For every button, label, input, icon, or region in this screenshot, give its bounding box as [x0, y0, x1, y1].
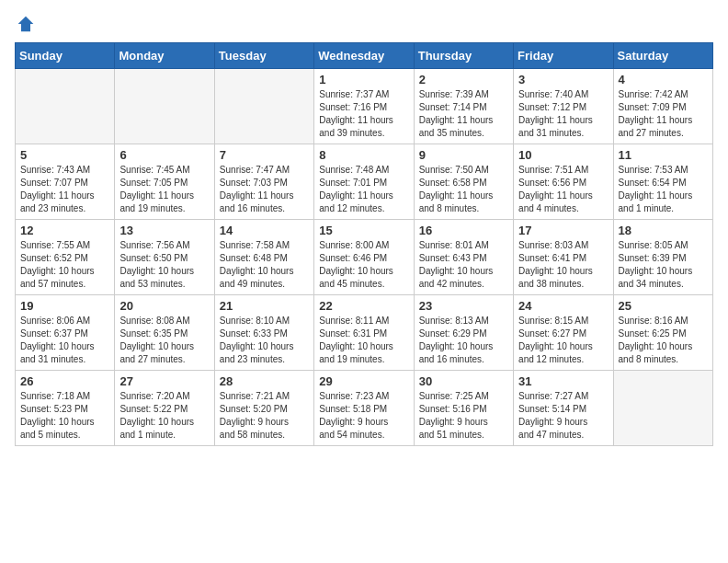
calendar-cell: 25Sunrise: 8:16 AM Sunset: 6:25 PM Dayli…	[613, 295, 712, 371]
calendar-week-row: 26Sunrise: 7:18 AM Sunset: 5:23 PM Dayli…	[16, 371, 713, 446]
day-number: 26	[20, 374, 109, 388]
page-header	[15, 15, 713, 33]
header-tuesday: Tuesday	[214, 43, 313, 69]
calendar-cell: 9Sunrise: 7:50 AM Sunset: 6:58 PM Daylig…	[414, 144, 513, 220]
day-info: Sunrise: 7:48 AM Sunset: 7:01 PM Dayligh…	[319, 164, 408, 215]
calendar-cell: 21Sunrise: 8:10 AM Sunset: 6:33 PM Dayli…	[214, 295, 313, 371]
day-number: 18	[619, 224, 708, 237]
calendar-cell: 11Sunrise: 7:53 AM Sunset: 6:54 PM Dayli…	[613, 144, 712, 220]
day-info: Sunrise: 8:01 AM Sunset: 6:43 PM Dayligh…	[419, 239, 508, 291]
day-info: Sunrise: 7:55 AM Sunset: 6:52 PM Dayligh…	[20, 239, 109, 291]
day-number: 6	[119, 148, 209, 162]
day-info: Sunrise: 7:56 AM Sunset: 6:50 PM Dayligh…	[119, 239, 209, 291]
day-number: 27	[119, 374, 209, 388]
header-friday: Friday	[514, 43, 613, 69]
day-info: Sunrise: 8:11 AM Sunset: 6:31 PM Dayligh…	[319, 315, 408, 366]
header-monday: Monday	[115, 43, 214, 69]
day-number: 13	[119, 224, 209, 237]
day-info: Sunrise: 8:06 AM Sunset: 6:37 PM Dayligh…	[20, 315, 109, 366]
calendar-cell: 13Sunrise: 7:56 AM Sunset: 6:50 PM Dayli…	[115, 220, 214, 295]
calendar-cell: 20Sunrise: 8:08 AM Sunset: 6:35 PM Dayli…	[115, 295, 214, 371]
day-info: Sunrise: 7:53 AM Sunset: 6:54 PM Dayligh…	[619, 164, 708, 215]
day-number: 29	[319, 374, 408, 388]
day-number: 3	[518, 73, 608, 86]
day-info: Sunrise: 7:21 AM Sunset: 5:20 PM Dayligh…	[220, 390, 309, 442]
day-info: Sunrise: 7:45 AM Sunset: 7:05 PM Dayligh…	[119, 164, 209, 215]
day-number: 17	[518, 224, 608, 237]
day-info: Sunrise: 7:58 AM Sunset: 6:48 PM Dayligh…	[220, 239, 309, 291]
calendar-cell: 27Sunrise: 7:20 AM Sunset: 5:22 PM Dayli…	[115, 371, 214, 446]
day-info: Sunrise: 8:13 AM Sunset: 6:29 PM Dayligh…	[419, 315, 508, 366]
logo-icon	[17, 15, 35, 33]
calendar-cell: 16Sunrise: 8:01 AM Sunset: 6:43 PM Dayli…	[414, 220, 513, 295]
day-number: 1	[319, 73, 408, 86]
calendar-cell: 3Sunrise: 7:40 AM Sunset: 7:12 PM Daylig…	[514, 69, 613, 144]
calendar-cell: 14Sunrise: 7:58 AM Sunset: 6:48 PM Dayli…	[214, 220, 313, 295]
calendar-cell: 6Sunrise: 7:45 AM Sunset: 7:05 PM Daylig…	[115, 144, 214, 220]
calendar-week-row: 5Sunrise: 7:43 AM Sunset: 7:07 PM Daylig…	[16, 144, 713, 220]
calendar-cell: 17Sunrise: 8:03 AM Sunset: 6:41 PM Dayli…	[514, 220, 613, 295]
calendar-header-row: SundayMondayTuesdayWednesdayThursdayFrid…	[16, 43, 713, 69]
calendar-cell	[214, 69, 313, 144]
day-number: 16	[419, 224, 508, 237]
calendar-cell: 8Sunrise: 7:48 AM Sunset: 7:01 PM Daylig…	[314, 144, 414, 220]
svg-marker-0	[18, 17, 34, 32]
day-number: 15	[319, 224, 408, 237]
calendar-cell: 19Sunrise: 8:06 AM Sunset: 6:37 PM Dayli…	[16, 295, 115, 371]
calendar-cell: 26Sunrise: 7:18 AM Sunset: 5:23 PM Dayli…	[16, 371, 115, 446]
day-number: 28	[220, 374, 309, 388]
calendar-cell: 12Sunrise: 7:55 AM Sunset: 6:52 PM Dayli…	[16, 220, 115, 295]
calendar-cell: 29Sunrise: 7:23 AM Sunset: 5:18 PM Dayli…	[314, 371, 414, 446]
calendar-cell: 18Sunrise: 8:05 AM Sunset: 6:39 PM Dayli…	[613, 220, 712, 295]
calendar-cell: 22Sunrise: 8:11 AM Sunset: 6:31 PM Dayli…	[314, 295, 414, 371]
day-info: Sunrise: 8:03 AM Sunset: 6:41 PM Dayligh…	[518, 239, 608, 291]
day-number: 8	[319, 148, 408, 162]
header-wednesday: Wednesday	[314, 43, 414, 69]
day-info: Sunrise: 7:40 AM Sunset: 7:12 PM Dayligh…	[518, 88, 608, 140]
calendar-cell: 15Sunrise: 8:00 AM Sunset: 6:46 PM Dayli…	[314, 220, 414, 295]
day-number: 31	[518, 374, 608, 388]
header-thursday: Thursday	[414, 43, 513, 69]
day-info: Sunrise: 7:47 AM Sunset: 7:03 PM Dayligh…	[220, 164, 309, 215]
day-number: 22	[319, 299, 408, 313]
day-number: 2	[419, 73, 508, 86]
calendar-cell: 28Sunrise: 7:21 AM Sunset: 5:20 PM Dayli…	[214, 371, 313, 446]
day-number: 19	[20, 299, 109, 313]
calendar-cell: 30Sunrise: 7:25 AM Sunset: 5:16 PM Dayli…	[414, 371, 513, 446]
calendar-cell: 5Sunrise: 7:43 AM Sunset: 7:07 PM Daylig…	[16, 144, 115, 220]
day-number: 23	[419, 299, 508, 313]
day-number: 14	[220, 224, 309, 237]
day-info: Sunrise: 7:37 AM Sunset: 7:16 PM Dayligh…	[319, 88, 408, 140]
calendar-cell: 4Sunrise: 7:42 AM Sunset: 7:09 PM Daylig…	[613, 69, 712, 144]
day-info: Sunrise: 7:20 AM Sunset: 5:22 PM Dayligh…	[119, 390, 209, 442]
calendar-week-row: 19Sunrise: 8:06 AM Sunset: 6:37 PM Dayli…	[16, 295, 713, 371]
day-number: 5	[20, 148, 109, 162]
day-info: Sunrise: 8:16 AM Sunset: 6:25 PM Dayligh…	[619, 315, 708, 366]
calendar-cell	[613, 371, 712, 446]
calendar-table: SundayMondayTuesdayWednesdayThursdayFrid…	[15, 42, 713, 446]
calendar-cell: 31Sunrise: 7:27 AM Sunset: 5:14 PM Dayli…	[514, 371, 613, 446]
header-sunday: Sunday	[16, 43, 115, 69]
day-info: Sunrise: 8:00 AM Sunset: 6:46 PM Dayligh…	[319, 239, 408, 291]
calendar-week-row: 12Sunrise: 7:55 AM Sunset: 6:52 PM Dayli…	[16, 220, 713, 295]
day-info: Sunrise: 8:10 AM Sunset: 6:33 PM Dayligh…	[220, 315, 309, 366]
calendar-cell: 10Sunrise: 7:51 AM Sunset: 6:56 PM Dayli…	[514, 144, 613, 220]
day-info: Sunrise: 8:15 AM Sunset: 6:27 PM Dayligh…	[518, 315, 608, 366]
calendar-cell	[115, 69, 214, 144]
day-info: Sunrise: 7:43 AM Sunset: 7:07 PM Dayligh…	[20, 164, 109, 215]
day-number: 21	[220, 299, 309, 313]
day-info: Sunrise: 8:05 AM Sunset: 6:39 PM Dayligh…	[619, 239, 708, 291]
day-number: 10	[518, 148, 608, 162]
day-info: Sunrise: 7:42 AM Sunset: 7:09 PM Dayligh…	[619, 88, 708, 140]
day-number: 4	[619, 73, 708, 86]
day-number: 20	[119, 299, 209, 313]
day-info: Sunrise: 7:51 AM Sunset: 6:56 PM Dayligh…	[518, 164, 608, 215]
day-info: Sunrise: 7:27 AM Sunset: 5:14 PM Dayligh…	[518, 390, 608, 442]
day-number: 25	[619, 299, 708, 313]
day-number: 12	[20, 224, 109, 237]
day-number: 24	[518, 299, 608, 313]
day-number: 7	[220, 148, 309, 162]
day-number: 11	[619, 148, 708, 162]
calendar-cell	[16, 69, 115, 144]
day-info: Sunrise: 7:39 AM Sunset: 7:14 PM Dayligh…	[419, 88, 508, 140]
